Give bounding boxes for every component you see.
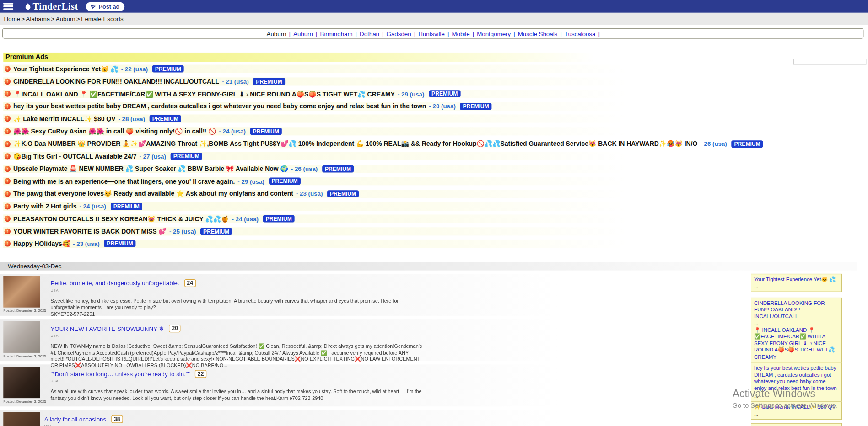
up-arrow-icon: ↑: [5, 178, 11, 184]
city-link[interactable]: Birmingham: [320, 31, 353, 37]
paper-plane-icon: [90, 3, 97, 10]
breadcrumb-link[interactable]: Female Escorts: [81, 16, 123, 22]
sidebar-ad-box[interactable]: ✨ Lake Merritt INCALL✨ $80 QV ...: [751, 401, 842, 420]
listing-country: USA: [50, 379, 422, 383]
city-nav: Auburn|Auburn|Birmingham|Dothan|Gadsden|…: [2, 28, 864, 39]
listing-card: Posted: December 3, 2025 "“Don't stare t…: [0, 364, 857, 406]
premium-ad-title[interactable]: Being with me is an experience—one that …: [13, 178, 235, 185]
premium-ad-title[interactable]: YOUR WINTER FAVORITE IS BACK DONT MISS 💕: [13, 228, 167, 235]
sidebar-ad-box[interactable]: Your Tightest Experience Yet😼 💦 ...: [751, 274, 842, 292]
listing-thumbnail[interactable]: [3, 412, 40, 426]
premium-ad-title[interactable]: 📍INCALL OAKLAND 📍 ✅FACETIME/CAR✅ WITH A …: [13, 90, 395, 98]
city-link[interactable]: Auburn: [293, 31, 313, 37]
listing-thumbnail[interactable]: [3, 276, 40, 308]
separator: |: [560, 31, 561, 37]
premium-ad-row[interactable]: ↑ The pawg that everyone loves😼 Ready an…: [3, 190, 625, 198]
sidebar-ad-box[interactable]: [751, 423, 842, 426]
premium-ad-row[interactable]: ↑ 🌺🌺 Sexy CuRvy Asian 🌺🌺 in call 🍑 visit…: [3, 127, 625, 135]
breadcrumb-link[interactable]: Auburn: [56, 16, 75, 22]
listing-thumbnail-column: Posted: December 3, 2025: [3, 367, 46, 406]
sidebar-ad-box[interactable]: hey its your best wettes petite baby DRE…: [751, 363, 842, 401]
top-bar: TinderList Post ad: [0, 0, 868, 13]
premium-ad-row[interactable]: ↑ 📍INCALL OAKLAND 📍 ✅FACETIME/CAR✅ WITH …: [3, 90, 625, 98]
city-link[interactable]: Huntsville: [418, 31, 445, 37]
up-arrow-icon: ↑: [5, 191, 11, 197]
listing-thumbnail[interactable]: [3, 321, 40, 353]
listing-title-link[interactable]: Petite, brunette, and dangerously unforg…: [50, 280, 179, 287]
premium-badge: PREMIUM: [111, 202, 142, 210]
listing-card: A lady for all occasions 38 USA: [0, 410, 857, 426]
premium-ad-row[interactable]: ↑ YOUR WINTER FAVORITE IS BACK DONT MISS…: [3, 227, 625, 235]
listing-feed: Posted: December 3, 2025 Petite, brunett…: [0, 274, 857, 426]
sidebar-ad-title[interactable]: CINDERELLA LOOKING FOR FUN!!! OAKLAND!!!…: [754, 300, 839, 320]
premium-ad-age: - 22 (usa): [121, 65, 148, 72]
page: TinderList Post ad Home>Alabama>Auburn>F…: [0, 0, 868, 426]
age-badge: 24: [184, 279, 196, 287]
listing-thumbnail[interactable]: [3, 367, 40, 398]
premium-ad-row[interactable]: ↑ CINDERELLA LOOKING FOR FUN!!! OAKLAND!…: [3, 77, 625, 85]
sidebar-ad-title[interactable]: Your Tightest Experience Yet😼 💦: [754, 276, 839, 283]
premium-ad-age: - 28 (usa): [118, 116, 145, 122]
premium-ad-age: - 20 (usa): [429, 103, 455, 110]
sidebar-ad-title[interactable]: ✨ Lake Merritt INCALL✨ $80 QV: [754, 404, 839, 410]
breadcrumb-link[interactable]: Home: [4, 16, 20, 22]
listing-title-link[interactable]: A lady for all occasions: [44, 416, 106, 423]
posted-date: Posted: December 3, 2025: [3, 309, 46, 312]
listing-card: Posted: December 3, 2025 Petite, brunett…: [0, 274, 857, 316]
age-badge: 20: [169, 325, 181, 332]
city-link[interactable]: Gadsden: [387, 31, 411, 37]
premium-ad-title[interactable]: PLEASANTON OUTCALLS !! SEXY KOREAN😻 THIC…: [13, 215, 229, 223]
listing-body: YOUR NEW FAVORITE SNOWBUNNY ❄ 20 USA NEW…: [50, 321, 422, 361]
listing-country: USA: [50, 288, 422, 292]
separator: |: [414, 31, 415, 37]
premium-ad-row[interactable]: ↑ Party with 2 Hot girls - 24 (usa) PREM…: [3, 202, 625, 210]
premium-ad-title[interactable]: CINDERELLA LOOKING FOR FUN!!! OAKLAND!!!…: [13, 78, 219, 85]
premium-ad-title[interactable]: 😘Big Tits Girl - OUTCALL Available 24/7: [13, 153, 136, 160]
listing-country: USA: [44, 424, 416, 426]
premium-ad-title[interactable]: Your Tightest Experience Yet😼 💦: [13, 65, 119, 73]
premium-ad-title[interactable]: The pawg that everyone loves😼 Ready and …: [13, 190, 293, 198]
premium-ad-row[interactable]: ↑ Your Tightest Experience Yet😼 💦 - 22 (…: [3, 65, 625, 73]
listing-description: Sweet like honey, bold like espresso. Pe…: [50, 298, 422, 311]
listing-title-link[interactable]: YOUR NEW FAVORITE SNOWBUNNY ❄: [50, 325, 164, 332]
separator: |: [473, 31, 474, 37]
post-ad-button[interactable]: Post ad: [86, 2, 125, 11]
sidebar-ad-ellipsis: ...: [754, 411, 839, 418]
premium-ad-age: - 26 (usa): [291, 165, 318, 172]
premium-ad-title[interactable]: 🌺🌺 Sexy CuRvy Asian 🌺🌺 in call 🍑 visitin…: [13, 128, 216, 135]
breadcrumb-link[interactable]: Alabama: [26, 16, 50, 22]
age-badge: 38: [111, 415, 123, 423]
premium-ad-row[interactable]: ↑ Being with me is an experience—one tha…: [3, 177, 625, 186]
premium-ad-title[interactable]: ✨K.O Daa NUMBER 👑 PROVIDER 🧘✨💕AMAZING Th…: [13, 140, 697, 148]
listing-title-link[interactable]: "“Don't stare too long… unless you're re…: [50, 371, 190, 378]
logo[interactable]: TinderList: [24, 1, 78, 12]
sidebar-ad-title[interactable]: hey its your best wettes petite baby DRE…: [754, 365, 839, 392]
city-link[interactable]: Tuscaloosa: [565, 31, 596, 37]
city-link[interactable]: Mobile: [452, 31, 469, 37]
premium-ad-row[interactable]: ↑ Happy HOlidays🥰 - 23 (usa) PREMIUM: [3, 240, 625, 248]
premium-ad-row[interactable]: ↑ ✨K.O Daa NUMBER 👑 PROVIDER 🧘✨💕AMAZING …: [3, 140, 625, 148]
premium-ad-title[interactable]: Upscale Playmate 🚨 NEW NUMBER 💦 Super So…: [13, 165, 288, 173]
premium-ad-title[interactable]: ✨ Lake Merritt INCALL✨ $80 QV: [13, 115, 115, 123]
premium-ad-row[interactable]: ↑ hey its your best wettes petite baby D…: [3, 102, 625, 111]
premium-ad-row[interactable]: ↑ PLEASANTON OUTCALLS !! SEXY KOREAN😻 TH…: [3, 215, 625, 223]
premium-ad-title[interactable]: Party with 2 Hot girls: [13, 203, 76, 210]
premium-badge: PREMIUM: [429, 90, 460, 97]
menu-icon[interactable]: [3, 3, 13, 10]
premium-ad-age: - 24 (usa): [219, 128, 245, 135]
premium-ad-row[interactable]: ↑ Upscale Playmate 🚨 NEW NUMBER 💦 Super …: [3, 165, 625, 173]
premium-ad-title[interactable]: Happy HOlidays🥰: [13, 240, 70, 248]
separator: |: [513, 31, 515, 37]
premium-ad-row[interactable]: ↑ ✨ Lake Merritt INCALL✨ $80 QV - 28 (us…: [3, 115, 625, 123]
city-current: Auburn: [267, 31, 286, 37]
city-link[interactable]: Muscle Shoals: [518, 31, 558, 37]
listing-description: Asian allure with curves that speak loud…: [50, 389, 422, 402]
city-link[interactable]: Montgomery: [477, 31, 511, 37]
sidebar-ad-title[interactable]: 📍 INCALL OAKLAND 📍 ✅FACETIME/CAR✅ WITH A…: [754, 327, 839, 361]
sidebar-ad-ellipsis: ...: [754, 393, 839, 399]
premium-ad-age: - 24 (usa): [232, 215, 259, 222]
premium-ad-title[interactable]: hey its your best wettes petite baby DRE…: [13, 103, 426, 110]
city-link[interactable]: Dothan: [360, 31, 379, 37]
separator: |: [598, 31, 599, 37]
premium-ad-row[interactable]: ↑ 😘Big Tits Girl - OUTCALL Available 24/…: [3, 152, 625, 160]
